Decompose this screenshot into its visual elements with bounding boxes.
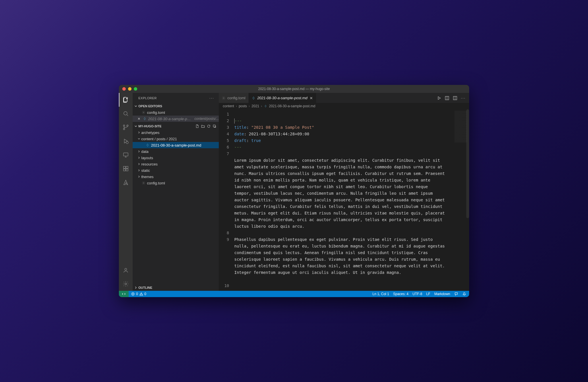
close-window-button[interactable] — [122, 87, 126, 91]
gear-icon — [122, 280, 129, 287]
minimize-window-button[interactable] — [128, 87, 131, 91]
activity-azure[interactable] — [119, 176, 133, 189]
line-number: 1 — [219, 111, 229, 118]
feedback-icon — [454, 292, 458, 296]
gear-icon — [141, 110, 146, 114]
yaml-key: date — [234, 132, 244, 136]
svg-rect-9 — [126, 166, 128, 168]
folder-header[interactable]: MY-HUGO-SITE — [133, 123, 219, 129]
remote-icon — [122, 151, 129, 158]
open-editor-item-active[interactable]: 2021-08-30-a-sample-post.md content/post… — [133, 116, 219, 122]
activity-search[interactable] — [119, 107, 133, 120]
activity-explorer[interactable] — [119, 93, 133, 107]
tab-label: config.toml — [227, 96, 245, 100]
svg-point-14 — [143, 182, 144, 184]
sidebar: EXPLORER ··· OPEN EDITORS config.toml — [133, 93, 219, 291]
tree-folder[interactable]: static — [133, 167, 219, 174]
svg-point-3 — [127, 125, 128, 126]
line-number: 6 — [219, 144, 229, 151]
chevron-right-icon — [137, 156, 141, 159]
tabbar: config.toml 2021-08-30-a-sample-post.md … — [219, 93, 469, 103]
open-editors-label: OPEN EDITORS — [138, 104, 162, 108]
breadcrumb-item[interactable]: 2021-08-30-a-sample-post.md — [269, 104, 315, 108]
activity-extensions[interactable] — [119, 162, 133, 176]
activity-remote[interactable] — [119, 148, 133, 162]
status-eol[interactable]: LF — [426, 292, 430, 296]
status-bell[interactable] — [462, 292, 466, 296]
breadcrumb-item[interactable]: 2021 — [252, 104, 259, 108]
svg-point-0 — [124, 112, 127, 115]
chevron-right-icon — [137, 162, 141, 166]
editor-area[interactable]: 12345678910 --- title: "2021 08 30 a Sam… — [219, 109, 469, 291]
yaml-value: 2021-08-30T13:44:28+09:00 — [249, 132, 310, 136]
status-problems[interactable]: 0 0 — [131, 292, 146, 296]
chevron-right-icon — [137, 150, 141, 153]
status-cursor[interactable]: Ln 1, Col 1 — [372, 292, 389, 296]
chevron-right-icon: › — [249, 104, 250, 108]
breadcrumbs[interactable]: content› posts› 2021› 2021-08-30-a-sampl… — [219, 103, 469, 109]
statusbar: 0 0 Ln 1, Col 1 Spaces: 4 UTF-8 LF Markd… — [119, 291, 469, 297]
tree-folder[interactable]: layouts — [133, 155, 219, 161]
split-editor-icon[interactable] — [453, 96, 457, 100]
new-file-icon[interactable] — [195, 124, 199, 128]
activity-run-debug[interactable] — [119, 134, 133, 148]
yaml-value: true — [251, 138, 261, 143]
svg-point-10 — [125, 268, 127, 270]
tree-folder[interactable]: data — [133, 148, 219, 155]
tree-item-label: 2021-08-30-a-sample-post.md — [151, 143, 201, 147]
close-icon[interactable] — [137, 117, 141, 120]
status-encoding[interactable]: UTF-8 — [413, 292, 422, 296]
open-editors-header[interactable]: OPEN EDITORS — [133, 103, 219, 109]
tree-folder[interactable]: archetypes — [133, 129, 219, 136]
open-editor-label: config.toml — [147, 110, 165, 115]
new-folder-icon[interactable] — [201, 124, 205, 128]
collapse-all-icon[interactable] — [212, 124, 216, 128]
refresh-icon[interactable] — [207, 124, 211, 128]
tree-folder[interactable]: themes — [133, 174, 219, 180]
status-feedback[interactable] — [454, 292, 458, 296]
activitybar — [119, 93, 133, 291]
svg-rect-7 — [123, 169, 125, 171]
more-icon[interactable]: ··· — [461, 96, 466, 100]
branch-icon — [122, 124, 129, 131]
open-preview-icon[interactable] — [445, 96, 449, 100]
breadcrumb-item[interactable]: posts — [239, 104, 247, 108]
editor-group: config.toml 2021-08-30-a-sample-post.md … — [219, 93, 469, 291]
activity-source-control[interactable] — [119, 120, 133, 134]
chevron-right-icon — [137, 169, 141, 172]
warning-icon — [139, 292, 143, 296]
markdown-icon — [142, 117, 147, 121]
code-content[interactable]: --- title: "2021 08 30 a Sample Post" da… — [234, 109, 469, 291]
status-indent[interactable]: Spaces: 4 — [393, 292, 408, 296]
status-language[interactable]: Markdown — [434, 292, 450, 296]
svg-rect-6 — [123, 166, 125, 168]
open-editor-item[interactable]: config.toml — [133, 109, 219, 116]
run-icon[interactable] — [437, 96, 441, 100]
chevron-right-icon — [137, 175, 141, 178]
activity-accounts[interactable] — [119, 263, 133, 277]
line-number: 2 — [219, 118, 229, 124]
chevron-down-icon — [134, 124, 138, 128]
tab-config[interactable]: config.toml — [219, 93, 249, 103]
frontmatter-delim: --- — [235, 118, 242, 123]
tree-file[interactable]: config.toml — [133, 180, 219, 186]
tree-file[interactable]: 2021-08-30-a-sample-post.md — [133, 142, 219, 148]
vscode-window: 2021-08-30-a-sample-post.md — my-hugo-si… — [119, 85, 469, 297]
paragraph: Phasellus dapibus pellentesque ex eget p… — [234, 237, 447, 275]
tree-folder[interactable]: content / posts / 2021 — [133, 136, 219, 142]
tree-folder[interactable]: resources — [133, 161, 219, 167]
sidebar-more-icon[interactable]: ··· — [209, 96, 214, 100]
close-icon[interactable] — [309, 96, 313, 100]
vertical-scrollbar[interactable] — [466, 109, 469, 218]
activitybar-top — [119, 93, 133, 189]
chevron-right-icon: › — [261, 104, 262, 108]
outline-label: OUTLINE — [138, 286, 152, 289]
svg-point-11 — [125, 283, 127, 285]
tab-post[interactable]: 2021-08-30-a-sample-post.md — [249, 93, 316, 103]
remote-indicator[interactable] — [119, 291, 129, 297]
activity-settings[interactable] — [119, 277, 133, 291]
svg-rect-5 — [123, 153, 128, 156]
outline-header[interactable]: OUTLINE — [133, 284, 219, 291]
breadcrumb-item[interactable]: content — [223, 104, 234, 108]
zoom-window-button[interactable] — [134, 87, 137, 91]
